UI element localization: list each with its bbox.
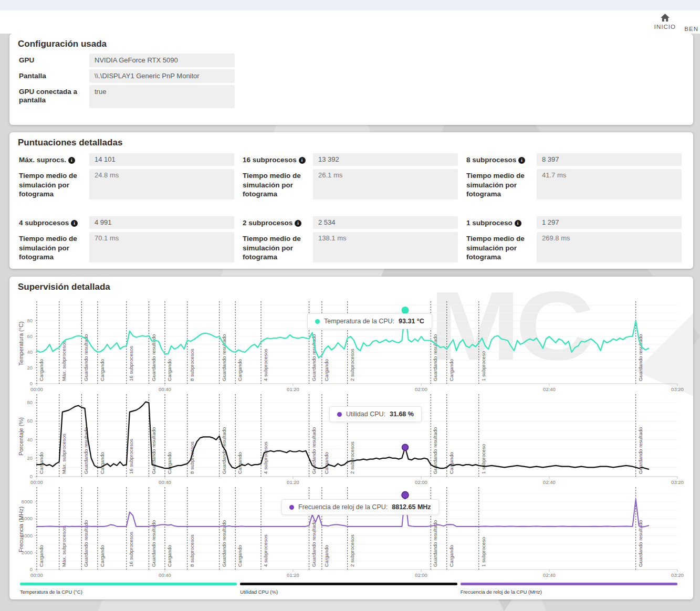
scores-card: Puntuaciones detalladas Máx. suprocs. i1… xyxy=(9,132,693,269)
score-label: 8 subprocesos i xyxy=(466,153,537,166)
svg-text:40: 40 xyxy=(27,437,33,443)
score-value: 8 397 xyxy=(537,153,682,166)
svg-text:00:00: 00:00 xyxy=(30,572,43,578)
svg-text:Cargando: Cargando xyxy=(448,359,454,381)
score-cell: 8 subprocesos i8 397Tiempo medio de simu… xyxy=(466,153,682,203)
legend-item-temperature[interactable]: Temperatura de la CPU (°C) xyxy=(20,583,237,595)
svg-text:00:40: 00:40 xyxy=(159,572,171,578)
tooltip-value: 31.68 % xyxy=(390,410,414,418)
teal-dot-icon xyxy=(315,319,320,324)
home-icon xyxy=(661,14,670,22)
score-cell: Máx. suprocs. i14 101Tiempo medio de sim… xyxy=(19,153,234,203)
info-icon[interactable]: i xyxy=(515,220,521,227)
svg-text:01:20: 01:20 xyxy=(287,479,299,485)
info-icon[interactable]: i xyxy=(71,220,78,227)
frame-time-row: Tiempo medio de simulación por fotograma… xyxy=(19,232,234,262)
svg-text:1 subproceso: 1 subproceso xyxy=(480,537,486,567)
svg-text:03:20: 03:20 xyxy=(671,386,684,392)
frame-time-label: Tiempo medio de simulación por fotograma xyxy=(466,169,537,199)
svg-text:80: 80 xyxy=(27,318,33,323)
svg-text:1 subproceso: 1 subproceso xyxy=(480,444,486,474)
monitoring-title: Supervisión detallada xyxy=(18,282,110,292)
info-icon[interactable]: i xyxy=(299,157,306,164)
legend-bar xyxy=(240,583,457,585)
svg-text:8 subprocesos: 8 subprocesos xyxy=(189,441,195,474)
frame-time-row: Tiempo medio de simulación por fotograma… xyxy=(243,169,458,199)
svg-text:Guardando resultado: Guardando resultado xyxy=(151,520,156,567)
score-row: Máx. suprocs. i14 101 xyxy=(19,153,234,166)
svg-text:Guardando resultado: Guardando resultado xyxy=(221,520,227,567)
svg-text:03:20: 03:20 xyxy=(671,572,684,578)
purple-dot-icon xyxy=(337,412,342,417)
score-grid: Máx. suprocs. i14 101Tiempo medio de sim… xyxy=(19,153,682,266)
score-label: 2 subprocesos i xyxy=(243,216,313,229)
legend-bar xyxy=(20,583,237,585)
config-value: \\.\DISPLAY1 Generic PnP Monitor xyxy=(89,69,235,83)
svg-text:80: 80 xyxy=(27,399,33,405)
nav-benchmarks-link[interactable]: BEN xyxy=(684,26,698,32)
svg-text:Cargando: Cargando xyxy=(166,545,172,567)
score-row: 4 subprocesos i4 991 xyxy=(19,216,234,229)
svg-text:Cargando: Cargando xyxy=(237,359,243,381)
legend-bar xyxy=(461,583,677,585)
svg-text:8 subprocesos: 8 subprocesos xyxy=(189,349,195,381)
svg-text:Guardando resultado: Guardando resultado xyxy=(432,520,438,567)
score-row: 8 subprocesos i8 397 xyxy=(466,153,682,166)
navbar: INICIO BEN xyxy=(0,10,700,34)
svg-text:02:40: 02:40 xyxy=(543,572,556,578)
svg-text:Cargando: Cargando xyxy=(166,359,172,381)
utilization-tooltip: Utilidad CPU: 31.68 % xyxy=(329,406,422,422)
svg-text:2 subprocesos: 2 subprocesos xyxy=(349,441,355,474)
score-value: 13 392 xyxy=(313,153,458,166)
info-icon[interactable]: i xyxy=(518,157,525,164)
svg-text:20: 20 xyxy=(27,365,33,371)
svg-text:Cargando: Cargando xyxy=(38,452,44,474)
svg-text:0: 0 xyxy=(30,566,33,572)
svg-text:Guardando resultado: Guardando resultado xyxy=(83,427,89,474)
legend-label: Temperatura de la CPU (°C) xyxy=(20,589,237,595)
svg-text:Cargando: Cargando xyxy=(99,359,105,381)
score-cell: 2 subprocesos i2 534Tiempo medio de simu… xyxy=(243,216,458,266)
svg-text:00:00: 00:00 xyxy=(30,479,43,485)
config-row-gpu: GPU NVIDIA GeForce RTX 5090 xyxy=(19,54,235,67)
svg-text:02:40: 02:40 xyxy=(543,386,556,392)
tooltip-label: Temperatura de la CPU: xyxy=(324,318,394,325)
svg-text:Cargando: Cargando xyxy=(448,545,454,567)
svg-text:02:00: 02:00 xyxy=(415,479,427,485)
legend-label: Frecuencia de reloj de la CPU (MHz) xyxy=(461,589,677,595)
info-icon[interactable]: i xyxy=(295,220,301,227)
score-label: 1 subproceso i xyxy=(466,216,537,229)
score-cell: 16 subprocesos i13 392Tiempo medio de si… xyxy=(243,153,458,203)
score-row: 2 subprocesos i2 534 xyxy=(243,216,458,229)
svg-text:4 subprocesos: 4 subprocesos xyxy=(263,534,268,567)
svg-text:Cargando: Cargando xyxy=(323,545,329,567)
purple-dot-icon xyxy=(289,505,294,510)
nav-home-label: INICIO xyxy=(654,24,676,30)
svg-text:03:20: 03:20 xyxy=(671,479,684,485)
legend-item-utilization[interactable]: Utilidad CPU (%) xyxy=(240,583,457,595)
config-value: true xyxy=(89,85,235,108)
svg-text:01:20: 01:20 xyxy=(287,386,299,392)
svg-text:Guardando resultado: Guardando resultado xyxy=(638,334,643,381)
legend-item-frequency[interactable]: Frecuencia de reloj de la CPU (MHz) xyxy=(461,583,677,595)
info-icon[interactable]: i xyxy=(68,157,75,164)
config-card: Configuración usada GPU NVIDIA GeForce R… xyxy=(9,34,693,125)
nav-home-link[interactable]: INICIO xyxy=(654,14,676,30)
config-value: NVIDIA GeForce RTX 5090 xyxy=(89,54,235,67)
svg-text:8000: 8000 xyxy=(22,499,33,504)
score-value: 14 101 xyxy=(89,153,234,166)
svg-text:00:40: 00:40 xyxy=(159,479,171,485)
scores-title: Puntuaciones detalladas xyxy=(18,138,122,148)
frame-time-label: Tiempo medio de simulación por fotograma xyxy=(19,169,89,199)
svg-text:Cargando: Cargando xyxy=(99,545,105,567)
svg-text:01:20: 01:20 xyxy=(287,572,299,578)
frame-time-row: Tiempo medio de simulación por fotograma… xyxy=(466,232,682,262)
svg-text:00:40: 00:40 xyxy=(159,386,171,392)
svg-text:Máx. subprocesos: Máx. subprocesos xyxy=(61,526,67,567)
svg-text:8 subprocesos: 8 subprocesos xyxy=(189,534,195,567)
legend-label: Utilidad CPU (%) xyxy=(240,589,457,595)
tooltip-value: 93.31 °C xyxy=(399,318,424,325)
svg-text:Frecuencia (MHz): Frecuencia (MHz) xyxy=(18,507,24,552)
config-row-display: Pantalla \\.\DISPLAY1 Generic PnP Monito… xyxy=(19,69,235,83)
score-cell: 1 subproceso i1 297Tiempo medio de simul… xyxy=(466,216,682,266)
